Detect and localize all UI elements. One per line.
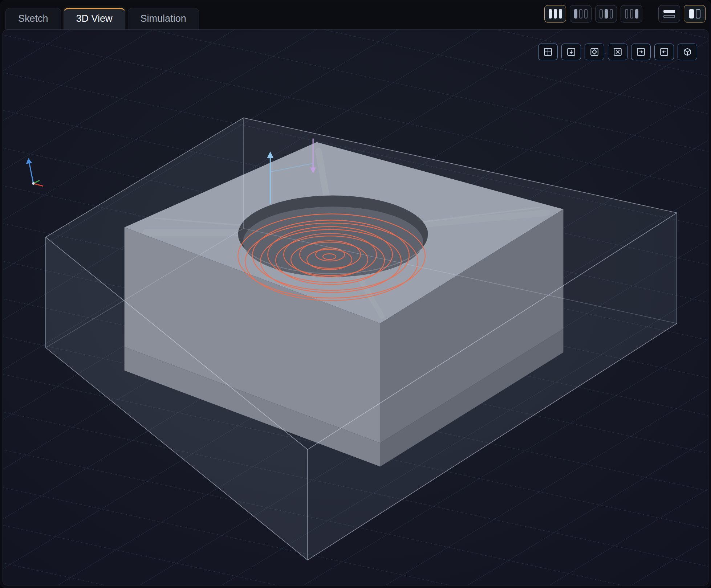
arrow-down-box-icon — [566, 47, 576, 57]
arrow-left-box-icon — [659, 47, 669, 57]
column-layout-group — [544, 5, 642, 23]
layout-columns-a-button[interactable] — [544, 5, 566, 23]
bar-icon — [574, 9, 577, 19]
tab-sketch[interactable]: Sketch — [5, 8, 61, 29]
arrow-right-box-icon — [636, 47, 646, 57]
tab-3d-view[interactable]: 3D View — [64, 8, 125, 29]
diamond-box-icon — [590, 47, 599, 57]
view-bottom-button[interactable] — [561, 44, 581, 60]
tab-simulation[interactable]: Simulation — [128, 8, 199, 29]
grid-toggle-button[interactable] — [538, 44, 558, 60]
bar-icon — [584, 9, 588, 19]
layout-columns-d-button[interactable] — [621, 5, 642, 23]
layout-columns-b-button[interactable] — [570, 5, 592, 23]
pane-layout-group — [658, 5, 706, 23]
layout-columns-c-button[interactable] — [595, 5, 617, 23]
tab-strip: Sketch 3D View Simulation — [5, 8, 199, 29]
view-controls-toolbar — [538, 44, 697, 60]
grid-icon — [543, 47, 553, 57]
bar-icon — [630, 9, 633, 19]
bar-icon — [610, 9, 613, 19]
topbar-toolbar — [544, 5, 706, 23]
bar-icon — [635, 9, 638, 19]
bar-icon — [625, 9, 628, 19]
view-cube-button[interactable] — [678, 44, 697, 60]
3d-viewport[interactable] — [3, 29, 708, 585]
view-step-forward-button[interactable] — [631, 44, 651, 60]
bar-icon — [600, 9, 603, 19]
bar-icon — [549, 9, 552, 19]
app-window: Sketch 3D View Simulation — [0, 0, 711, 588]
bar-icon — [605, 9, 608, 19]
bar-icon — [559, 9, 562, 19]
split-pane-icon — [689, 9, 694, 19]
bar-icon — [579, 9, 582, 19]
view-step-back-button[interactable] — [654, 44, 674, 60]
top-bar: Sketch 3D View Simulation — [0, 0, 711, 29]
bar-icon — [554, 9, 557, 19]
split-pane-icon — [696, 9, 700, 19]
view-clear-button[interactable] — [608, 44, 627, 60]
x-box-icon — [613, 47, 622, 57]
rows-icon — [663, 10, 675, 18]
view-diamond-button[interactable] — [585, 44, 604, 60]
cube-icon — [683, 47, 692, 57]
3d-scene[interactable] — [3, 30, 708, 585]
layout-rows-button[interactable] — [658, 5, 680, 23]
layout-split-button[interactable] — [684, 5, 706, 23]
